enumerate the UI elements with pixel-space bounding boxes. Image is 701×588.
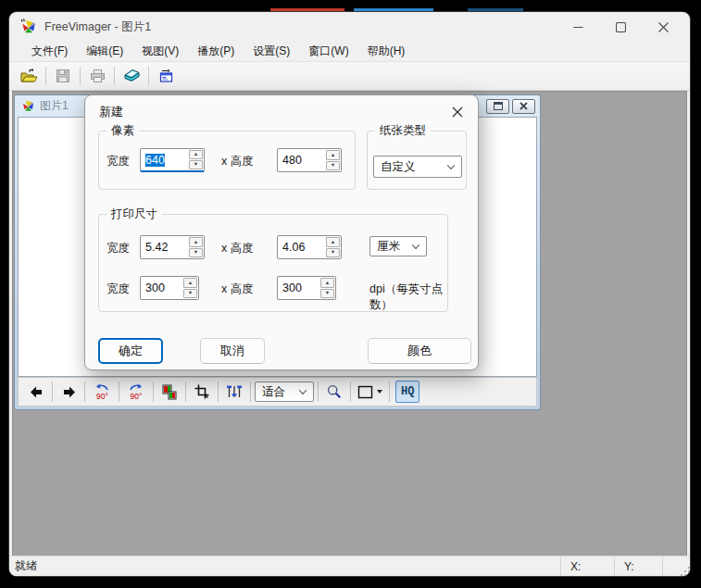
desktop-background: FreeVimager - 图片1 文件(F) 编辑(E) 视图(V) 播放(P… [0, 0, 701, 588]
toolbar-separator [148, 67, 149, 85]
main-toolbar [9, 62, 690, 91]
toolbar-separator [45, 67, 46, 85]
dpi-width-spinner[interactable]: 300 ▲ ▼ [140, 276, 199, 300]
dpi-width-label: 宽度 [106, 281, 130, 297]
high-quality-toggle[interactable]: HQ [395, 381, 419, 403]
status-bar: 就绪 X: Y: [9, 556, 690, 576]
toolbar-separator [218, 382, 219, 402]
cancel-button[interactable]: 取消 [200, 338, 265, 364]
pixel-width-spinner[interactable]: 640 ▲ ▼ [140, 148, 205, 172]
open-image-button[interactable] [15, 65, 43, 88]
hq-label: HQ [401, 385, 414, 398]
close-button[interactable] [642, 12, 684, 42]
dpi-height-value: 300 [282, 281, 302, 294]
spin-down-button[interactable]: ▼ [189, 160, 203, 169]
dialog-close-button[interactable] [451, 106, 464, 119]
svg-text:90°: 90° [131, 392, 143, 401]
print-button[interactable] [83, 65, 111, 88]
pixel-height-label: x 高度 [221, 154, 254, 169]
print-size-group: 打印尺寸 宽度 5.42 ▲ ▼ x 高度 4.06 ▲ [98, 214, 448, 312]
menu-item-settings[interactable]: 设置(S) [244, 41, 299, 62]
adjust-levels-button[interactable] [222, 381, 246, 403]
image-window-close-button[interactable] [512, 99, 535, 114]
color-button[interactable]: 颜色 [368, 338, 471, 364]
magnifier-icon [327, 384, 342, 399]
spin-down-button[interactable]: ▼ [183, 289, 197, 299]
rotate-left-90-button[interactable]: 90° [89, 381, 115, 403]
pixel-height-spinner[interactable]: 480 ▲ ▼ [277, 148, 342, 172]
spin-down-button[interactable]: ▼ [326, 248, 340, 258]
color-channels-button[interactable] [157, 381, 182, 403]
spin-up-icon: ▲ [188, 281, 193, 286]
print-unit-select[interactable]: 厘米 [369, 236, 427, 256]
new-image-dialog: 新建 像素 宽度 640 ▲ ▼ [84, 94, 479, 370]
spin-down-icon: ▼ [194, 250, 198, 256]
print-width-label: 宽度 [106, 241, 130, 256]
status-bar-tail [662, 557, 690, 576]
svg-text:90°: 90° [96, 392, 108, 401]
spin-up-button[interactable]: ▲ [189, 237, 203, 247]
ok-button-label: 确定 [119, 343, 143, 359]
resize-grip-icon[interactable] [684, 570, 686, 572]
paper-type-select[interactable]: 自定义 [373, 156, 462, 178]
scan-acquire-button[interactable] [118, 65, 145, 88]
minimize-button[interactable] [557, 12, 599, 42]
window-controls [557, 12, 684, 42]
scanner-icon [123, 69, 141, 83]
menu-item-view[interactable]: 视图(V) [132, 41, 188, 62]
select-scanner-source-button[interactable] [152, 65, 180, 88]
zoom-mode-select[interactable]: 适合 [255, 382, 314, 402]
dpi-width-value: 300 [145, 281, 165, 294]
paper-type-value: 自定义 [381, 159, 416, 175]
rotate-right-90-button[interactable]: 90° [123, 381, 149, 403]
spin-up-icon: ▲ [331, 240, 335, 245]
menu-item-play[interactable]: 播放(P) [188, 41, 244, 62]
selection-shape-button[interactable] [355, 381, 385, 403]
arrow-left-icon [30, 386, 44, 398]
dpi-height-label: x 高度 [221, 281, 254, 297]
cancel-button-label: 取消 [220, 343, 244, 359]
image-window-restore-button[interactable] [486, 99, 509, 114]
spin-down-button[interactable]: ▼ [320, 289, 334, 299]
spin-down-icon: ▼ [188, 291, 193, 296]
maximize-button[interactable] [599, 12, 642, 42]
menu-item-window[interactable]: 窗口(W) [299, 41, 357, 62]
spin-down-button[interactable]: ▼ [326, 161, 340, 171]
crop-button[interactable] [190, 381, 214, 403]
rectangle-select-icon [357, 385, 373, 399]
toolbar-separator [153, 382, 154, 402]
save-button[interactable] [49, 65, 77, 88]
next-image-button[interactable] [56, 381, 81, 403]
rotate-left-icon: 90° [92, 382, 112, 401]
pixels-group: 像素 宽度 640 ▲ ▼ x 高度 480 ▲ ▼ [98, 131, 356, 190]
spin-down-icon: ▼ [331, 163, 335, 169]
app-logo-icon [20, 19, 37, 35]
spin-up-button[interactable]: ▲ [326, 150, 340, 160]
status-y-coordinate: Y: [614, 557, 662, 576]
spin-up-button[interactable]: ▲ [320, 278, 334, 288]
maximize-icon [616, 22, 626, 32]
chevron-down-icon [412, 242, 419, 249]
ok-button[interactable]: 确定 [98, 338, 163, 364]
spin-down-icon: ▼ [325, 291, 330, 296]
previous-image-button[interactable] [24, 381, 48, 403]
paper-type-group-label: 纸张类型 [375, 123, 431, 139]
title-bar: FreeVimager - 图片1 [9, 12, 690, 42]
menu-bar: 文件(F) 编辑(E) 视图(V) 播放(P) 设置(S) 窗口(W) 帮助(H… [9, 42, 690, 62]
arrow-right-icon [62, 386, 76, 398]
menu-item-file[interactable]: 文件(F) [22, 41, 77, 62]
crop-icon [194, 384, 209, 399]
spin-down-icon: ▼ [194, 162, 198, 168]
print-width-spinner[interactable]: 5.42 ▲ ▼ [140, 235, 205, 259]
status-ready-text: 就绪 [9, 558, 560, 574]
menu-item-edit[interactable]: 编辑(E) [77, 41, 132, 62]
print-height-spinner[interactable]: 4.06 ▲ ▼ [277, 235, 342, 259]
zoom-tool-button[interactable] [322, 381, 346, 403]
spin-down-button[interactable]: ▼ [189, 248, 203, 258]
toolbar-separator [84, 382, 85, 402]
spin-up-button[interactable]: ▲ [189, 150, 203, 159]
spin-up-button[interactable]: ▲ [326, 237, 340, 247]
menu-item-help[interactable]: 帮助(H) [358, 41, 415, 62]
spin-up-button[interactable]: ▲ [183, 278, 197, 288]
dpi-height-spinner[interactable]: 300 ▲ ▼ [277, 276, 336, 300]
